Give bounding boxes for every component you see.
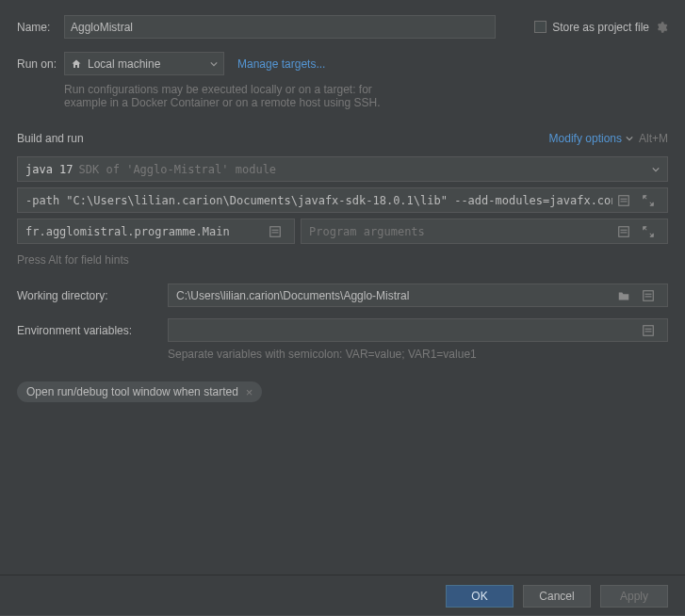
name-input[interactable] [64,15,496,39]
run-on-value: Local machine [88,57,160,71]
chevron-down-icon [626,135,633,142]
run-on-combo[interactable]: Local machine [64,52,224,75]
svg-rect-12 [644,325,654,335]
program-args-field-wrapper [301,219,668,244]
run-on-label: Run on: [17,57,64,71]
build-run-title: Build and run [17,132,84,145]
inline-list-icon[interactable] [639,324,658,337]
program-args-input[interactable] [307,219,614,243]
working-dir-label: Working directory: [17,289,168,302]
manage-targets-link[interactable]: Manage targets... [237,57,325,71]
working-dir-field-wrapper [168,284,668,307]
vm-options-input[interactable] [24,188,614,212]
svg-rect-3 [270,226,281,236]
svg-rect-0 [619,195,629,205]
sdk-name: java 17 [25,163,73,176]
inline-list-icon[interactable] [266,225,285,238]
modify-options-shortcut: Alt+M [639,132,668,145]
store-as-file-checkbox[interactable] [534,21,546,33]
env-vars-input[interactable] [174,319,639,341]
inline-list-icon[interactable] [614,194,633,207]
cancel-button[interactable]: Cancel [523,585,591,608]
modify-options-link[interactable]: Modify options [549,132,622,145]
env-vars-field-wrapper [168,318,668,342]
env-vars-hint: Separate variables with semicolon: VAR=v… [168,348,668,361]
gear-icon[interactable] [655,21,668,34]
chevron-down-icon [652,166,660,173]
chevron-down-icon [210,60,218,68]
name-label: Name: [17,21,64,34]
open-tool-window-chip[interactable]: Open run/debug tool window when started … [17,381,262,402]
svg-rect-9 [644,290,654,300]
folder-icon[interactable] [614,289,633,302]
inline-list-icon[interactable] [639,289,658,302]
store-as-file-label: Store as project file [552,21,649,34]
env-vars-label: Environment variables: [17,324,168,337]
apply-button[interactable]: Apply [600,585,668,608]
main-class-input[interactable] [24,219,266,243]
sdk-hint: SDK of 'Agglo-Mistral' module [79,163,277,176]
vm-options-field-wrapper [17,187,668,213]
inline-list-icon[interactable] [614,225,633,238]
run-on-hint-1: Run configurations may be executed local… [64,83,668,96]
run-on-hint-2: example in a Docker Container or on a re… [64,96,668,109]
svg-rect-6 [619,226,629,236]
alt-hint: Press Alt for field hints [17,253,668,267]
chip-label: Open run/debug tool window when started [26,385,238,398]
expand-icon[interactable] [639,194,658,207]
working-dir-input[interactable] [174,284,614,306]
dialog-footer: OK Cancel Apply [0,575,685,616]
main-class-field-wrapper [17,219,295,244]
ok-button[interactable]: OK [446,585,514,608]
expand-icon[interactable] [639,225,658,238]
sdk-combo[interactable]: java 17 SDK of 'Agglo-Mistral' module [17,156,668,182]
close-icon[interactable]: × [246,386,253,398]
home-icon [71,58,82,70]
